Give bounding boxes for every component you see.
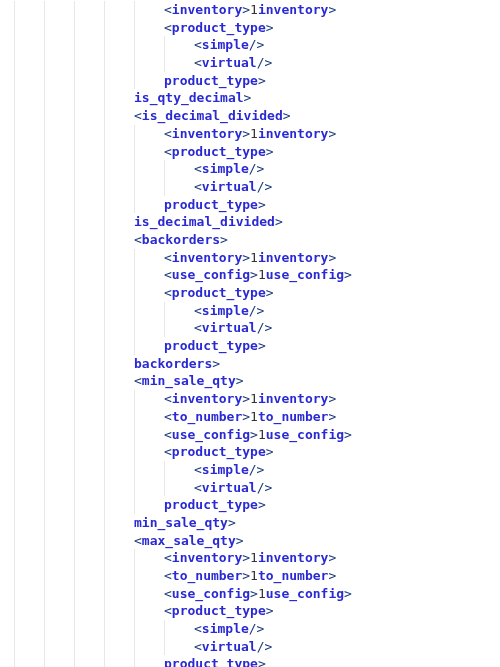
code-text: <virtual/> (194, 319, 272, 337)
code-line[interactable]: <min_sale_qty> (14, 372, 500, 390)
code-text: <virtual/> (194, 54, 272, 72)
code-text: <use_config>1use_config> (164, 585, 352, 603)
code-line[interactable]: <is_decimal_divided> (14, 107, 500, 125)
code-text: <inventory>1inventory> (164, 125, 336, 143)
code-text: <to_number>1to_number> (164, 567, 336, 585)
code-text: is_qty_decimal> (134, 89, 251, 107)
code-line[interactable]: product_type> (14, 655, 500, 667)
code-text: <simple/> (194, 160, 264, 178)
code-line[interactable]: <simple/> (14, 620, 500, 638)
code-text: <is_decimal_divided> (134, 107, 291, 125)
code-text: <inventory>1inventory> (164, 549, 336, 567)
code-text: <to_number>1to_number> (164, 408, 336, 426)
code-text: <use_config>1use_config> (164, 266, 352, 284)
code-line[interactable]: <use_config>1use_config> (14, 426, 500, 444)
code-line[interactable]: <product_type> (14, 284, 500, 302)
code-line[interactable]: is_decimal_divided> (14, 213, 500, 231)
code-line[interactable]: <virtual/> (14, 54, 500, 72)
code-text: <max_sale_qty> (134, 532, 244, 550)
code-line[interactable]: <use_config>1use_config> (14, 266, 500, 284)
code-text: <virtual/> (194, 479, 272, 497)
code-line[interactable]: is_qty_decimal> (14, 89, 500, 107)
code-text: min_sale_qty> (134, 514, 236, 532)
code-text: <product_type> (164, 602, 274, 620)
code-line[interactable]: min_sale_qty> (14, 514, 500, 532)
code-text: <min_sale_qty> (134, 372, 244, 390)
code-text: <backorders> (134, 231, 228, 249)
code-text: product_type> (164, 196, 266, 214)
code-line[interactable]: <virtual/> (14, 178, 500, 196)
code-text: product_type> (164, 655, 266, 667)
code-text: <product_type> (164, 443, 274, 461)
code-line[interactable]: <virtual/> (14, 479, 500, 497)
code-text: product_type> (164, 337, 266, 355)
code-line[interactable]: <backorders> (14, 231, 500, 249)
code-line[interactable]: <virtual/> (14, 638, 500, 656)
code-line[interactable]: <simple/> (14, 36, 500, 54)
code-text: is_decimal_divided> (134, 213, 283, 231)
code-editor[interactable]: <inventory>1inventory><product_type><sim… (0, 0, 500, 667)
code-line[interactable]: <to_number>1to_number> (14, 408, 500, 426)
code-text: <inventory>1inventory> (164, 1, 336, 19)
code-line[interactable]: backorders> (14, 355, 500, 373)
code-line[interactable]: <to_number>1to_number> (14, 567, 500, 585)
code-text: <product_type> (164, 143, 274, 161)
code-line[interactable]: product_type> (14, 496, 500, 514)
code-text: <simple/> (194, 302, 264, 320)
code-text: <simple/> (194, 36, 264, 54)
code-text: <inventory>1inventory> (164, 390, 336, 408)
code-text: product_type> (164, 496, 266, 514)
code-text: <simple/> (194, 620, 264, 638)
code-line[interactable]: <product_type> (14, 19, 500, 37)
code-text: <inventory>1inventory> (164, 249, 336, 267)
code-line[interactable]: <virtual/> (14, 319, 500, 337)
code-body[interactable]: <inventory>1inventory><product_type><sim… (14, 0, 500, 667)
code-line[interactable]: <use_config>1use_config> (14, 585, 500, 603)
code-line[interactable]: <inventory>1inventory> (14, 249, 500, 267)
code-text: product_type> (164, 72, 266, 90)
line-number-gutter (0, 0, 12, 667)
code-line[interactable]: <simple/> (14, 461, 500, 479)
code-text: <virtual/> (194, 178, 272, 196)
code-text: backorders> (134, 355, 220, 373)
code-line[interactable]: <simple/> (14, 302, 500, 320)
code-line[interactable]: <inventory>1inventory> (14, 125, 500, 143)
code-line[interactable]: <simple/> (14, 160, 500, 178)
code-line[interactable]: <max_sale_qty> (14, 532, 500, 550)
code-line[interactable]: product_type> (14, 72, 500, 90)
code-text: <product_type> (164, 19, 274, 37)
code-line[interactable]: <product_type> (14, 143, 500, 161)
code-line[interactable]: product_type> (14, 196, 500, 214)
code-text: <virtual/> (194, 638, 272, 656)
code-text: <simple/> (194, 461, 264, 479)
code-line[interactable]: <product_type> (14, 602, 500, 620)
code-line[interactable]: <product_type> (14, 443, 500, 461)
code-text: <use_config>1use_config> (164, 426, 352, 444)
code-line[interactable]: product_type> (14, 337, 500, 355)
code-line[interactable]: <inventory>1inventory> (14, 549, 500, 567)
code-line[interactable]: <inventory>1inventory> (14, 390, 500, 408)
code-text: <product_type> (164, 284, 274, 302)
code-line[interactable]: <inventory>1inventory> (14, 1, 500, 19)
